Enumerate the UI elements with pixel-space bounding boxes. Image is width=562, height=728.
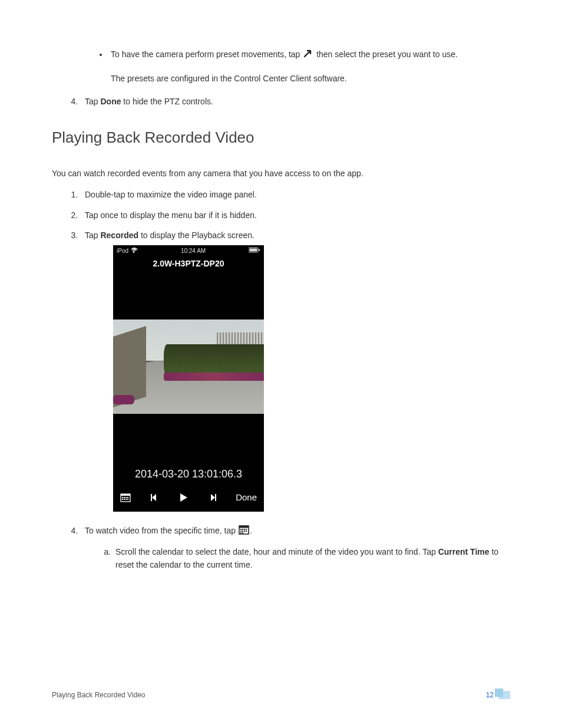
svg-rect-22: [242, 531, 243, 532]
step-2: Tap once to display the menu bar if it i…: [80, 209, 510, 222]
wifi-icon: [131, 246, 138, 256]
calendar-icon-inline: [238, 523, 250, 539]
svg-rect-9: [122, 499, 123, 500]
svg-rect-19: [244, 529, 245, 530]
step-4-substeps: Scroll the calendar to select the date, …: [85, 545, 510, 572]
step-done-ptz: Tap Done to hide the PTZ controls.: [80, 95, 510, 108]
svg-rect-13: [151, 494, 152, 501]
step-forward-icon[interactable]: [208, 493, 217, 502]
step-3: Tap Recorded to display the Playback scr…: [80, 229, 510, 512]
footer-logo-icon: [498, 691, 510, 699]
status-bar: iPod 10:24 AM: [113, 245, 264, 256]
footer-title: Playing Back Recorded Video: [52, 690, 146, 701]
svg-rect-12: [127, 499, 128, 500]
svg-rect-25: [240, 532, 242, 533]
svg-rect-11: [125, 499, 127, 500]
playback-toolbar: Done: [113, 487, 264, 512]
page-number: 12: [486, 690, 494, 701]
video-area: [113, 274, 264, 460]
preset-bullet-list: To have the camera perform preset moveme…: [52, 47, 510, 85]
prior-step-list: Tap Done to hide the PTZ controls.: [52, 95, 510, 108]
svg-rect-18: [242, 529, 243, 530]
preset-arrow-icon: [302, 47, 314, 62]
svg-rect-26: [242, 532, 243, 533]
svg-rect-2: [259, 249, 260, 251]
preset-text-before: To have the camera perform preset moveme…: [111, 50, 302, 59]
svg-rect-23: [244, 531, 245, 532]
preset-subtext: The presets are configured in the Contro…: [111, 72, 510, 85]
play-icon[interactable]: [177, 492, 189, 503]
video-frame: [113, 319, 264, 414]
preset-text-after: then select the preset you want to use.: [316, 50, 458, 59]
svg-rect-24: [246, 531, 247, 532]
intro-paragraph: You can watch recorded events from any c…: [52, 167, 510, 180]
svg-rect-17: [240, 529, 242, 530]
done-button[interactable]: Done: [236, 490, 257, 505]
svg-rect-8: [127, 497, 128, 498]
playback-screenshot: iPod 10:24 AM: [113, 245, 264, 512]
playback-timestamp: 2014-03-20 13:01:06.3: [113, 460, 264, 487]
svg-rect-16: [239, 526, 249, 528]
preset-bullet: To have the camera perform preset moveme…: [108, 47, 510, 85]
svg-rect-14: [215, 494, 216, 501]
step-back-icon[interactable]: [150, 493, 159, 502]
status-time: 10:24 AM: [181, 246, 206, 256]
svg-rect-20: [246, 529, 247, 530]
playback-steps: Double-tap to maximize the video image p…: [52, 188, 510, 571]
section-heading: Playing Back Recorded Video: [52, 126, 510, 150]
page-footer: Playing Back Recorded Video 12: [52, 690, 510, 701]
step-1: Double-tap to maximize the video image p…: [80, 188, 510, 201]
svg-rect-5: [122, 497, 123, 498]
status-carrier: iPod: [117, 246, 128, 256]
svg-rect-7: [125, 497, 127, 498]
svg-rect-10: [124, 499, 125, 500]
step-4a: Scroll the calendar to select the date, …: [113, 545, 510, 572]
svg-rect-4: [121, 494, 130, 496]
svg-rect-21: [240, 531, 242, 532]
battery-icon: [249, 246, 260, 256]
calendar-icon[interactable]: [120, 492, 131, 503]
camera-title: 2.0W-H3PTZ-DP20: [113, 256, 264, 274]
svg-rect-6: [124, 497, 125, 498]
svg-rect-1: [250, 249, 257, 252]
step-4: To watch video from the specific time, t…: [80, 523, 510, 571]
